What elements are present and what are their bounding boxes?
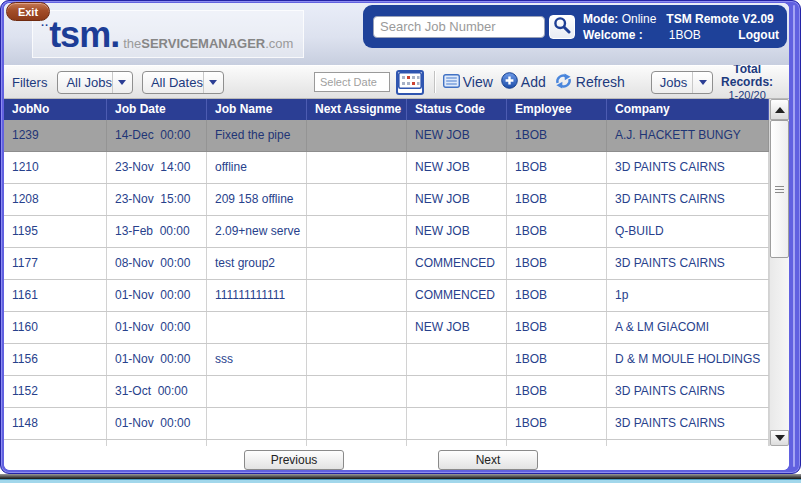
cell-company: Q-BUILD [607, 216, 769, 247]
column-header-company[interactable]: Company [607, 99, 769, 120]
cell-company: A & LM GIACOMI [607, 312, 769, 343]
cell-employee: 1BOB [507, 376, 607, 407]
cell-jobname: 2.09+new serve [207, 216, 307, 247]
cell-statuscode: NEW JOB [407, 312, 507, 343]
cell-jobname [207, 376, 307, 407]
triangle-up-icon [775, 107, 785, 113]
jobs-table: JobNo Job Date Job Name Next Assignme St… [4, 99, 789, 446]
job-filter-dropdown[interactable]: All Jobs [57, 71, 133, 94]
calendar-button[interactable] [396, 70, 424, 95]
table-row[interactable]: 1160 01-Nov 00:00 NEW JOB 1BOB A & LM GI… [4, 312, 769, 344]
select-date-input[interactable] [314, 72, 390, 92]
job-filter-arrow[interactable] [112, 72, 132, 93]
cell-jobno: 1148 [4, 408, 107, 439]
top-bar: ..tsm. theSERVICEMANAGER.com Mode: [4, 3, 789, 65]
add-label: Add [521, 74, 546, 90]
logo-tsm: ..tsm. [41, 20, 119, 51]
table-row[interactable]: 1239 14-Dec 00:00 Fixed the pipe NEW JOB… [4, 120, 769, 152]
cell-jobname [207, 312, 307, 343]
column-header-jobno[interactable]: JobNo [4, 99, 107, 120]
search-input[interactable] [373, 16, 545, 38]
cell-nextassignment [307, 120, 407, 151]
table-row[interactable]: 1208 23-Nov 15:00 209 158 offline NEW JO… [4, 184, 769, 216]
cell-jobdate: 13-Feb 00:00 [107, 216, 207, 247]
window-frame-stripe [793, 5, 795, 467]
exit-button[interactable]: Exit [6, 2, 50, 21]
table-row[interactable]: 1156 01-Nov 00:00 sss 1BOB D & M MOULE H… [4, 344, 769, 376]
session-info: Mode: Online TSM Remote V2.09 Welcome : … [583, 11, 779, 43]
column-header-nextassignment[interactable]: Next Assignme [307, 99, 407, 120]
mode-label: Mode: [583, 11, 618, 27]
cell-statuscode: NEW JOB [407, 120, 507, 151]
view-button[interactable]: View [443, 74, 493, 91]
window-bottom-edge [0, 474, 801, 483]
cell-jobdate: 01-Nov 00:00 [107, 344, 207, 375]
cell-nextassignment [307, 280, 407, 311]
cell-employee: 1BOB [507, 408, 607, 439]
cell-jobname: test group2 [207, 248, 307, 279]
app-version: TSM Remote V2.09 [666, 11, 773, 27]
view-icon [443, 74, 463, 91]
next-button[interactable]: Next [438, 450, 538, 470]
welcome-row: Welcome : 1BOB Logout [583, 27, 779, 43]
cell-nextassignment [307, 376, 407, 407]
table-row[interactable]: 1177 08-Nov 00:00 test group2 COMMENCED … [4, 248, 769, 280]
chevron-down-icon [118, 80, 126, 85]
cell-employee: 1BOB [507, 216, 607, 247]
previous-button[interactable]: Previous [244, 450, 344, 470]
brand-logo: ..tsm. theSERVICEMANAGER.com [32, 10, 304, 58]
entity-filter-dropdown[interactable]: Jobs [651, 71, 713, 94]
cell-nextassignment [307, 344, 407, 375]
cell-jobdate: 23-Nov 14:00 [107, 152, 207, 183]
table-row[interactable]: 1152 31-Oct 00:00 1BOB 3D PAINTS CAIRNS [4, 376, 769, 408]
cell-jobname [207, 408, 307, 439]
table-scrollbar[interactable] [769, 99, 789, 446]
date-filter-dropdown[interactable]: All Dates [142, 71, 224, 94]
scrollbar-track[interactable] [770, 120, 789, 430]
total-records-label: Total Records: [713, 63, 781, 89]
scroll-down-button[interactable] [770, 430, 789, 446]
refresh-button[interactable]: Refresh [554, 73, 625, 92]
date-filter-arrow[interactable] [203, 72, 223, 93]
filter-toolbar: Filters All Jobs All Dates [4, 65, 789, 99]
add-button[interactable]: Add [501, 72, 546, 92]
cell-jobno: 1195 [4, 216, 107, 247]
cell-nextassignment [307, 312, 407, 343]
pagination-footer: Previous Next [4, 446, 789, 470]
cell-jobname: offline [207, 152, 307, 183]
table-row[interactable]: 1148 01-Nov 00:00 1BOB 3D PAINTS CAIRNS [4, 408, 769, 440]
cell-employee: 1BOB [507, 248, 607, 279]
cell-statuscode [407, 408, 507, 439]
cell-nextassignment [307, 408, 407, 439]
scrollbar-thumb[interactable] [770, 120, 789, 258]
cell-statuscode: NEW JOB [407, 152, 507, 183]
cell-company: 3D PAINTS CAIRNS [607, 408, 769, 439]
table-header-row: JobNo Job Date Job Name Next Assignme St… [4, 99, 769, 120]
cell-jobdate: 08-Nov 00:00 [107, 248, 207, 279]
triangle-down-icon [775, 435, 785, 441]
app-window: ..tsm. theSERVICEMANAGER.com Mode: [0, 0, 801, 483]
cell-company: 3D PAINTS CAIRNS [607, 152, 769, 183]
welcome-label: Welcome : [583, 27, 643, 43]
entity-filter-arrow[interactable] [692, 72, 712, 93]
cell-statuscode [407, 376, 507, 407]
cell-company: A.J. HACKETT BUNGY [607, 120, 769, 151]
header-search-panel: Mode: Online TSM Remote V2.09 Welcome : … [363, 5, 787, 48]
cell-jobno: 1156 [4, 344, 107, 375]
table-row[interactable]: 1210 23-Nov 14:00 offline NEW JOB 1BOB 3… [4, 152, 769, 184]
column-header-jobname[interactable]: Job Name [207, 99, 307, 120]
cell-jobdate: 31-Oct 00:00 [107, 376, 207, 407]
table-row[interactable]: 1161 01-Nov 00:00 111111111111 COMMENCED… [4, 280, 769, 312]
search-button[interactable] [549, 15, 575, 39]
column-header-jobdate[interactable]: Job Date [107, 99, 207, 120]
logout-link[interactable]: Logout [738, 27, 779, 43]
window-content: ..tsm. theSERVICEMANAGER.com Mode: [4, 3, 789, 470]
table-row[interactable]: 1195 13-Feb 00:00 2.09+new serve NEW JOB… [4, 216, 769, 248]
refresh-label: Refresh [576, 74, 625, 90]
column-header-statuscode[interactable]: Status Code [407, 99, 507, 120]
column-header-employee[interactable]: Employee [507, 99, 607, 120]
scroll-up-button[interactable] [770, 99, 789, 120]
cell-jobno: 1239 [4, 120, 107, 151]
grip-icon [775, 189, 784, 190]
toolbar-divider [434, 71, 435, 93]
